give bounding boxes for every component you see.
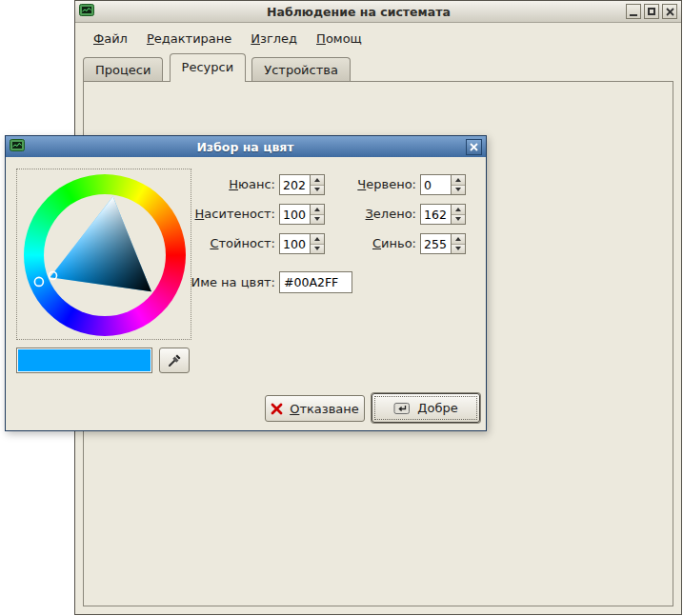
red-spin-up[interactable]: [452, 175, 465, 186]
saturation-label: Наситеност:: [195, 207, 275, 221]
blue-spin-up[interactable]: [452, 234, 465, 245]
spin-down-icon: [455, 217, 461, 221]
red-spin-down[interactable]: [452, 186, 465, 195]
spin-up-icon: [455, 237, 461, 241]
close-icon: [666, 8, 674, 16]
close-button[interactable]: [662, 4, 677, 19]
dialog-titlebar: Избор на цвят: [6, 136, 486, 157]
tab-processes[interactable]: Процеси: [83, 57, 163, 81]
menu-view[interactable]: Изглед: [242, 28, 306, 50]
green-label: Зелено:: [366, 207, 416, 221]
spin-down-icon: [314, 247, 320, 250]
window-title: Наблюдение на системата: [94, 5, 623, 19]
red-spinbox: [420, 174, 466, 195]
hue-marker: [34, 277, 43, 286]
hue-spinbox: [279, 174, 325, 195]
green-spin-up[interactable]: [452, 205, 465, 215]
window-controls: [623, 4, 677, 19]
menubar: Файл Редактиране Изглед Помощ: [77, 26, 679, 50]
saturation-spin-down[interactable]: [311, 215, 324, 225]
app-icon: [79, 3, 94, 21]
eyedropper-button[interactable]: [159, 348, 190, 373]
color-preview: [16, 348, 152, 373]
cancel-icon: [271, 403, 283, 415]
ok-enter-icon: [393, 402, 411, 415]
menu-help[interactable]: Помощ: [308, 28, 371, 50]
spin-up-icon: [314, 178, 320, 182]
green-spin-down[interactable]: [452, 215, 465, 225]
minimize-icon: [630, 14, 637, 16]
tab-resources[interactable]: Ресурси: [170, 53, 247, 82]
cancel-button[interactable]: Отказване: [265, 395, 365, 422]
maximize-icon: [648, 8, 655, 15]
value-label: Стойност:: [210, 236, 275, 250]
menu-file[interactable]: Файл: [85, 28, 136, 50]
spin-up-icon: [455, 208, 461, 211]
red-label: Червено:: [357, 177, 416, 191]
saturation-input[interactable]: [280, 205, 310, 224]
maximize-button[interactable]: [644, 4, 659, 19]
saturation-value-triangle[interactable]: [24, 174, 186, 336]
green-spinbox: [420, 204, 466, 225]
blue-label: Синьо:: [372, 236, 416, 250]
hue-input[interactable]: [280, 175, 310, 194]
value-spinbox: [279, 233, 325, 254]
spin-down-icon: [314, 217, 320, 221]
dialog-close-button[interactable]: [466, 139, 482, 155]
value-spin-up[interactable]: [311, 234, 324, 245]
titlebar: Наблюдение на системата: [75, 1, 681, 23]
saturation-spinbox: [279, 204, 325, 225]
spin-up-icon: [455, 178, 461, 182]
value-input[interactable]: [280, 234, 310, 253]
close-icon: [470, 143, 478, 151]
hue-spin-up[interactable]: [311, 175, 324, 186]
green-input[interactable]: [421, 205, 451, 224]
saturation-spin-up[interactable]: [311, 205, 324, 215]
ok-button[interactable]: Добре: [372, 393, 480, 423]
color-preview-fill: [18, 349, 151, 371]
tab-devices[interactable]: Устройства: [251, 57, 351, 81]
spin-up-icon: [314, 208, 320, 211]
tab-bar: Процеси Ресурси Устройства: [83, 53, 352, 82]
minimize-button[interactable]: [626, 4, 641, 19]
spin-down-icon: [455, 247, 461, 250]
spin-up-icon: [314, 237, 320, 241]
blue-spin-down[interactable]: [452, 245, 465, 254]
color-name-input[interactable]: [279, 271, 352, 293]
dialog-title: Избор на цвят: [25, 140, 466, 154]
hue-spin-down[interactable]: [311, 186, 324, 195]
color-name-label: Име на цвят:: [191, 275, 275, 289]
app-icon: [10, 138, 25, 156]
eyedropper-icon: [167, 353, 182, 368]
menu-edit[interactable]: Редактиране: [138, 28, 240, 50]
red-input[interactable]: [421, 175, 451, 194]
spin-down-icon: [455, 188, 461, 191]
spin-down-icon: [314, 188, 320, 191]
blue-input[interactable]: [421, 234, 451, 253]
blue-spinbox: [420, 233, 466, 254]
value-spin-down[interactable]: [311, 245, 324, 254]
hue-label: Нюанс:: [229, 177, 275, 191]
color-picker-dialog: Избор на цвят: [5, 135, 487, 431]
color-wheel[interactable]: [16, 169, 191, 340]
